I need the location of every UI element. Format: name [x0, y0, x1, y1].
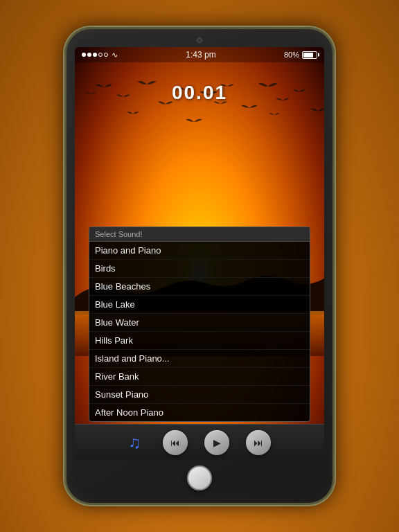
prev-button[interactable]: ⏮ — [163, 430, 188, 455]
signal-dot-3 — [93, 53, 97, 57]
sound-item[interactable]: Piano and Piano — [89, 242, 310, 260]
status-left: ∿ — [82, 51, 118, 60]
timer-display: 00.01 — [75, 82, 324, 104]
controls-bar: ♫ ⏮ ▶ ⏭ — [75, 424, 324, 460]
status-time: 1:43 pm — [186, 50, 215, 60]
bird-13 — [127, 111, 139, 118]
status-bar: ∿ 1:43 pm 80% — [75, 47, 324, 62]
battery-percent: 80% — [284, 51, 299, 59]
prev-icon: ⏮ — [170, 437, 180, 448]
bird-11 — [310, 107, 324, 116]
birds-layer — [75, 62, 324, 173]
next-button[interactable]: ⏭ — [246, 430, 271, 455]
sound-item[interactable]: Blue Water — [89, 314, 310, 332]
status-right: 80% — [284, 51, 317, 59]
device-screen: ∿ 1:43 pm 80% — [75, 47, 324, 460]
sound-item[interactable]: Sunset Piano — [89, 386, 310, 404]
battery-fill — [303, 53, 313, 57]
play-button[interactable]: ▶ — [204, 430, 229, 455]
next-icon: ⏭ — [254, 437, 263, 448]
sound-item[interactable]: Blue Lake — [89, 296, 310, 314]
sound-list: Piano and PianoBirdsBlue BeachesBlue Lak… — [89, 242, 310, 421]
sound-item[interactable]: Birds — [89, 260, 310, 278]
tablet-device: ∿ 1:43 pm 80% — [64, 27, 335, 505]
bird-16 — [269, 112, 280, 119]
music-note-icon: ♫ — [128, 433, 141, 452]
sound-list-header: Select Sound! — [89, 227, 310, 242]
sound-list-panel: Select Sound! Piano and PianoBirdsBlue B… — [89, 227, 310, 422]
bird-15 — [186, 118, 202, 128]
sound-item[interactable]: After Noon Piano — [89, 404, 310, 421]
sound-item[interactable]: River Bank — [89, 368, 310, 386]
play-icon: ▶ — [213, 437, 221, 448]
wifi-icon: ∿ — [112, 51, 118, 60]
sound-item[interactable]: Island and Piano... — [89, 350, 310, 368]
signal-dot-2 — [87, 53, 91, 57]
signal-dot-1 — [82, 53, 86, 57]
camera-lens — [197, 37, 202, 43]
signal-dot-4 — [98, 53, 103, 57]
sound-item[interactable]: Hills Park — [89, 332, 310, 350]
signal-indicator — [82, 53, 108, 57]
sound-item[interactable]: Blue Beaches — [89, 278, 310, 296]
battery-indicator — [302, 51, 317, 59]
signal-dot-5 — [104, 53, 108, 57]
bird-7 — [241, 104, 258, 114]
home-button[interactable] — [187, 466, 212, 490]
